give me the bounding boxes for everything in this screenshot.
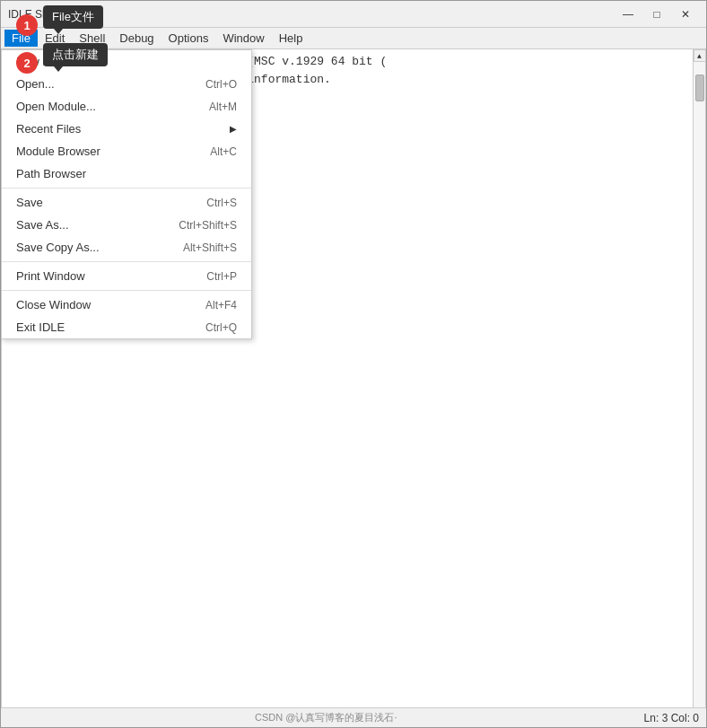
menu-item-close-window[interactable]: Close Window Alt+F4 (2, 294, 251, 316)
menu-item-open-module[interactable]: Open Module... Alt+M (2, 95, 251, 118)
menu-item-path-browser[interactable]: Path Browser (2, 162, 251, 185)
annotation-bubble-2: 2 (16, 52, 38, 74)
save-copy-as-label: Save Copy As... (16, 241, 100, 254)
recent-files-arrow: ▶ (230, 124, 237, 134)
save-as-shortcut: Ctrl+Shift+S (179, 219, 237, 232)
save-shortcut: Ctrl+S (206, 197, 237, 209)
scroll-thumb[interactable] (695, 75, 704, 101)
menu-window[interactable]: Window (215, 30, 271, 47)
close-window-label: Close Window (16, 298, 91, 311)
close-button[interactable]: ✕ (672, 4, 699, 24)
exit-idle-shortcut: Ctrl+Q (205, 321, 237, 334)
close-window-shortcut: Alt+F4 (205, 299, 237, 311)
save-label: Save (16, 196, 43, 209)
module-browser-label: Module Browser (16, 145, 100, 158)
open-module-shortcut: Alt+M (209, 101, 237, 113)
scroll-up-arrow[interactable]: ▲ (694, 49, 706, 62)
minimize-button[interactable]: — (615, 4, 642, 24)
menu-item-exit-idle[interactable]: Exit IDLE Ctrl+Q (2, 316, 251, 338)
exit-idle-label: Exit IDLE (16, 320, 65, 334)
watermark: CSDN @认真写博客的夏目浅石· (255, 711, 397, 724)
menu-help[interactable]: Help (272, 30, 310, 47)
menu-item-save[interactable]: Save Ctrl+S (2, 191, 251, 214)
menu-debug[interactable]: Debug (112, 30, 161, 47)
save-copy-as-shortcut: Alt+Shift+S (183, 241, 237, 254)
maximize-button[interactable]: □ (643, 4, 670, 24)
open-label: Open... (16, 77, 55, 91)
menu-item-save-as[interactable]: Save As... Ctrl+Shift+S (2, 214, 251, 236)
menu-item-open[interactable]: Open... Ctrl+O (2, 73, 251, 95)
status-right: Ln: 3 Col: 0 (644, 712, 699, 724)
menu-item-print-window[interactable]: Print Window Ctrl+P (2, 265, 251, 287)
status-bar: CSDN @认真写博客的夏目浅石· Ln: 3 Col: 0 (1, 707, 706, 727)
open-shortcut: Ctrl+O (205, 78, 237, 91)
tooltip-new-file: 点击新建 (43, 43, 108, 66)
title-bar-controls: — □ ✕ (615, 4, 699, 24)
recent-files-label: Recent Files (16, 122, 81, 136)
menu-options[interactable]: Options (161, 30, 216, 47)
print-window-shortcut: Ctrl+P (206, 270, 237, 283)
print-window-label: Print Window (16, 269, 85, 283)
title-bar: IDLE Shell 3.10.4 — □ ✕ (1, 1, 706, 28)
menu-item-new-file[interactable]: New File (2, 50, 251, 73)
save-as-label: Save As... (16, 218, 69, 232)
menu-item-recent-files[interactable]: Recent Files ▶ (2, 118, 251, 140)
main-window: IDLE Shell 3.10.4 — □ ✕ File Edit Shell … (0, 0, 707, 728)
separator-2 (2, 261, 251, 262)
annotation-bubble-1: 1 (16, 14, 38, 36)
scrollbar-right[interactable]: ▲ (693, 49, 705, 707)
path-browser-label: Path Browser (16, 167, 86, 180)
separator-1 (2, 188, 251, 189)
open-module-label: Open Module... (16, 100, 96, 113)
tooltip-file: File文件 (43, 5, 103, 29)
module-browser-shortcut: Alt+C (210, 145, 237, 158)
menu-item-module-browser[interactable]: Module Browser Alt+C (2, 140, 251, 162)
file-dropdown: New File Open... Ctrl+O Open Module... A… (1, 49, 252, 339)
menu-item-save-copy-as[interactable]: Save Copy As... Alt+Shift+S (2, 236, 251, 259)
separator-3 (2, 290, 251, 291)
